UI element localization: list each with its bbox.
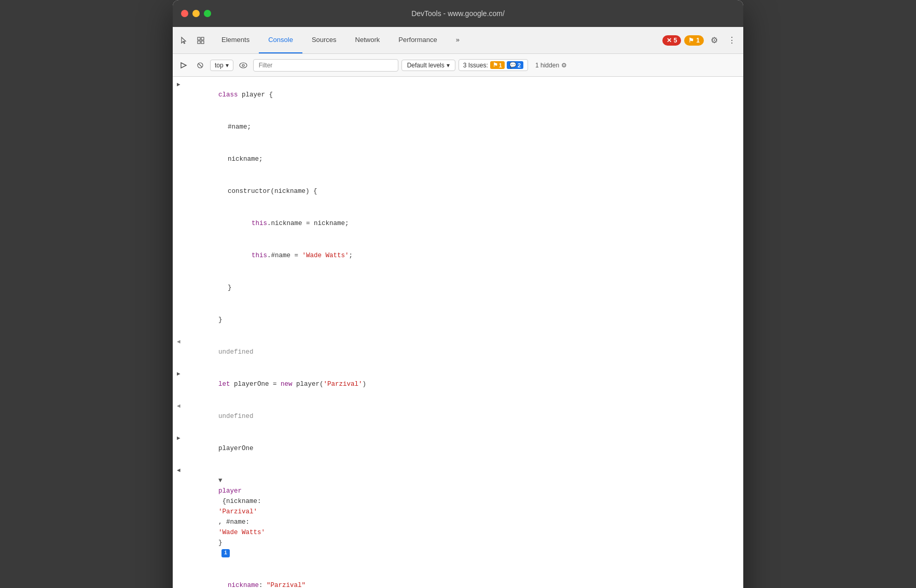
expand-arrow-icon[interactable]: ▶ [177,80,181,90]
code-line: undefined [187,337,739,368]
minimize-button[interactable] [192,10,200,17]
console-toolbar: top ▾ Default levels ▾ 3 Issues: ⚑ 1 💬 2 [173,54,743,77]
svg-rect-2 [198,41,200,44]
tab-sources[interactable]: Sources [302,27,346,53]
maximize-button[interactable] [204,10,211,17]
warning-icon: ⚑ [688,37,694,44]
list-item: this.#name = 'Wade Watts'; [173,240,743,272]
expand-arrow-icon[interactable]: ▶ [177,370,181,379]
devtools-window: DevTools - www.google.com/ Elements [173,0,743,588]
top-label: top [215,62,224,69]
code-line: this.#name = 'Wade Watts'; [189,240,739,271]
info-icon: 💬 [509,62,517,68]
execute-icon[interactable] [177,59,190,72]
code-line: this.nickname = nickname; [189,208,739,239]
tab-performance[interactable]: Performance [389,27,446,53]
list-item: ▶ let playerOne = new player('Parzival') [173,368,743,400]
expand-arrow-icon[interactable]: ▶ [177,434,181,443]
svg-marker-4 [181,63,186,68]
svg-line-6 [199,64,202,67]
list-item: nickname: "Parzival" [173,569,743,588]
tab-bar: Elements Console Sources Network Perform… [212,27,662,53]
tab-elements[interactable]: Elements [212,27,259,53]
code-line: ▼ player {nickname: 'Parzival' , #name: … [187,465,739,569]
code-line: nickname; [181,144,739,175]
list-item: constructor(nickname) { [173,175,743,207]
warning-count: 1 [696,37,700,44]
list-item: } [173,304,743,336]
eye-icon[interactable] [237,59,250,72]
code-line: constructor(nickname) { [181,176,739,207]
dropdown-arrow-icon: ▾ [226,62,229,69]
default-levels-button[interactable]: Default levels ▾ [401,60,455,71]
svg-point-7 [240,63,247,68]
hidden-label: 1 hidden [535,62,559,69]
list-item: ◀ undefined [173,336,743,368]
list-item: ◀ ▼ player {nickname: 'Parzival' , #name… [173,465,743,569]
svg-rect-3 [201,41,204,44]
list-item: ▶ playerOne [173,432,743,465]
issues-button[interactable]: 3 Issues: ⚑ 1 💬 2 [459,59,528,71]
hidden-settings-icon: ⚙ [561,62,567,69]
code-line: } [181,272,739,303]
list-item: ◀ undefined [173,400,743,432]
info-badge[interactable]: i [221,549,230,557]
tab-more[interactable]: » [447,27,469,53]
clear-console-icon[interactable] [193,59,207,72]
levels-label: Default levels [407,62,445,69]
titlebar: DevTools - www.google.com/ [173,0,743,27]
code-line: nickname: "Parzival" [181,570,739,588]
code-line: let playerOne = new player('Parzival') [187,369,739,400]
list-item: this.nickname = nickname; [173,207,743,240]
more-options-icon[interactable]: ⋮ [725,33,739,48]
close-button[interactable] [181,10,188,17]
window-title: DevTools - www.google.com/ [411,9,505,18]
code-line: class player { [187,79,739,110]
warning-badge-button[interactable]: ⚑ 1 [684,35,704,46]
tab-console[interactable]: Console [259,27,302,53]
code-line: playerOne [187,433,739,464]
error-icon: ✕ [667,37,672,44]
svg-point-8 [242,64,244,66]
svg-rect-0 [198,37,200,40]
code-line: #name; [181,111,739,143]
issues-warn-badge: ⚑ 1 [490,61,505,69]
inspect-icon[interactable] [193,33,208,48]
toolbar-right: ✕ 5 ⚑ 1 ⚙ ⋮ [662,33,739,48]
list-item: } [173,272,743,304]
filter-input[interactable] [253,59,398,72]
list-item: nickname; [173,143,743,175]
traffic-lights [181,10,211,17]
return-arrow-icon: ◀ [177,338,181,347]
context-selector[interactable]: top ▾ [210,60,233,71]
issues-label: 3 Issues: [463,62,488,69]
warn-icon: ⚑ [493,62,498,68]
code-line: } [187,304,739,335]
code-line: undefined [187,401,739,432]
issues-info-badge: 💬 2 [507,61,523,69]
list-item: ▶ class player { [173,79,743,111]
toolbar-icons [177,33,208,48]
main-toolbar: Elements Console Sources Network Perform… [173,27,743,54]
hidden-button[interactable]: 1 hidden ⚙ [531,60,571,71]
svg-rect-1 [201,37,204,40]
settings-icon[interactable]: ⚙ [707,33,721,48]
levels-dropdown-icon: ▾ [447,62,450,69]
cursor-icon[interactable] [177,33,191,48]
list-item: #name; [173,111,743,143]
error-badge-button[interactable]: ✕ 5 [662,35,682,46]
return-arrow-icon: ◀ [177,402,181,411]
error-count: 5 [674,37,677,44]
collapse-arrow-icon[interactable]: ◀ [177,466,181,475]
tab-network[interactable]: Network [346,27,390,53]
console-output: ▶ class player { #name; nickname; constr… [173,77,743,588]
